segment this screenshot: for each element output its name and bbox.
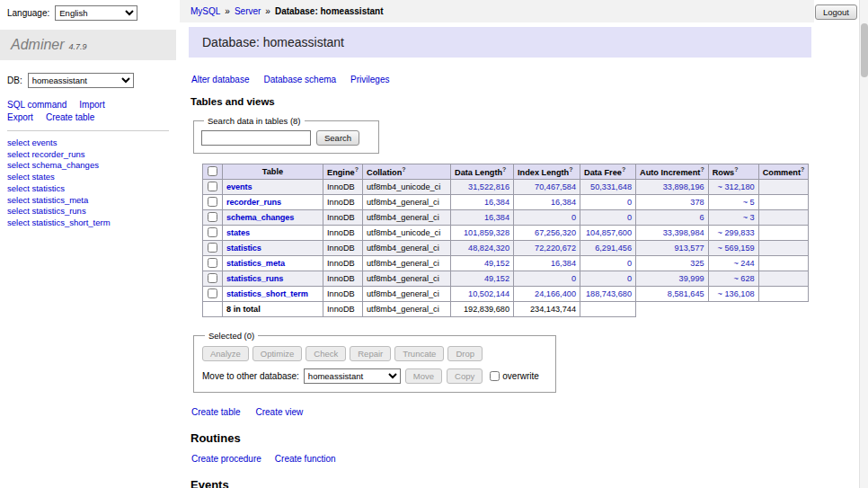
selected-drop-button[interactable]: Drop	[447, 346, 483, 361]
auto-increment-cell: 325	[636, 256, 709, 271]
selected-check-button[interactable]: Check	[306, 346, 346, 361]
column-help-link[interactable]: ?	[355, 166, 359, 173]
table-row: recorder_runsInnoDButf8mb4_general_ci16,…	[203, 195, 809, 210]
search-input[interactable]	[201, 130, 311, 146]
table-name-cell: schema_changes	[223, 210, 323, 226]
data-length-cell: 16,384	[451, 195, 514, 210]
routine-link[interactable]: Create procedure	[191, 454, 261, 464]
column-help-link[interactable]: ?	[801, 166, 804, 173]
app-title: Adminer4.7.9	[0, 30, 176, 60]
column-header-collation: Collation?	[363, 164, 451, 180]
sidebar-action-link[interactable]: Import	[79, 100, 104, 110]
column-help-link[interactable]: ?	[569, 166, 572, 173]
routine-link[interactable]: Create function	[275, 454, 336, 464]
row-checkbox[interactable]	[208, 197, 217, 207]
sidebar-action-link[interactable]: Create table	[46, 112, 94, 122]
data-length-cell: 49,152	[451, 271, 514, 287]
sidebar-divider	[7, 130, 169, 131]
sidebar-table-item: select statistics_runs	[7, 206, 169, 217]
logout-button[interactable]: Logout	[815, 4, 857, 20]
table-name-cell: recorder_runs	[223, 195, 323, 210]
move-db-select[interactable]: homeassistant	[304, 368, 401, 384]
copy-button[interactable]: Copy	[447, 368, 483, 384]
row-checkbox[interactable]	[208, 182, 217, 191]
sidebar-table-link[interactable]: select states	[7, 172, 55, 182]
db-action-link[interactable]: Database schema	[264, 75, 337, 84]
row-checkbox[interactable]	[208, 288, 217, 298]
data-free-cell: 0	[580, 271, 636, 287]
sidebar-table-link[interactable]: select statistics_meta	[7, 195, 88, 205]
row-checkbox[interactable]	[208, 273, 217, 283]
rows-cell: ~ 3	[708, 210, 758, 226]
table-name-cell: states	[223, 226, 323, 241]
sidebar-action-link[interactable]: Export	[7, 112, 33, 122]
db-select[interactable]: homeassistant	[28, 73, 134, 88]
move-button[interactable]: Move	[405, 368, 442, 384]
breadcrumb-server-link[interactable]: Server	[235, 6, 261, 16]
table-row: statistics_runsInnoDButf8mb4_general_ci4…	[203, 271, 809, 287]
sidebar-table-link[interactable]: select statistics_short_term	[7, 217, 111, 227]
db-action-link[interactable]: Alter database	[191, 75, 250, 84]
sidebar-table-link[interactable]: select statistics_runs	[7, 206, 86, 216]
table-row: eventsInnoDButf8mb4_unicode_ci31,522,816…	[203, 180, 809, 195]
column-help-link[interactable]: ?	[734, 166, 738, 173]
table-name-link[interactable]: states	[226, 228, 250, 237]
search-button[interactable]: Search	[316, 130, 359, 146]
select-all-checkbox[interactable]	[208, 166, 217, 176]
selected-legend: Selected (0)	[205, 331, 258, 341]
column-help-link[interactable]: ?	[402, 166, 405, 173]
selected-repair-button[interactable]: Repair	[350, 346, 391, 361]
breadcrumb-separator: »	[265, 6, 270, 16]
create-link[interactable]: Create view	[255, 407, 303, 417]
rows-cell: ~ 312,180	[708, 180, 758, 195]
sidebar-table-link[interactable]: select schema_changes	[7, 160, 99, 170]
create-link[interactable]: Create table	[191, 407, 240, 417]
column-help-link[interactable]: ?	[502, 166, 506, 173]
row-checkbox-cell	[203, 271, 223, 287]
table-name-link[interactable]: events	[226, 182, 252, 191]
index-length-cell: 70,467,584	[514, 180, 580, 195]
db-action-link[interactable]: Privileges	[350, 75, 389, 84]
sidebar-table-link[interactable]: select statistics	[7, 183, 65, 193]
table-name-link[interactable]: recorder_runs	[226, 198, 281, 207]
row-checkbox[interactable]	[208, 227, 217, 237]
engine-cell: InnoDB	[323, 226, 363, 241]
sidebar-table-link[interactable]: select events	[7, 138, 57, 147]
sidebar-table-list: select eventsselect recorder_runsselect …	[7, 138, 169, 229]
row-checkbox[interactable]	[208, 258, 217, 268]
selected-optimize-button[interactable]: Optimize	[252, 346, 302, 361]
table-name-link[interactable]: statistics_runs	[226, 274, 283, 283]
table-name-link[interactable]: schema_changes	[226, 213, 294, 222]
row-checkbox[interactable]	[208, 243, 217, 253]
comment-cell	[758, 241, 809, 256]
table-row: statesInnoDButf8mb4_unicode_ci101,859,32…	[203, 226, 809, 241]
row-checkbox[interactable]	[208, 212, 217, 222]
table-name-link[interactable]: statistics_short_term	[226, 289, 308, 298]
language-select[interactable]: English	[55, 5, 137, 21]
column-help-link[interactable]: ?	[700, 166, 704, 173]
auto-increment-cell: 39,999	[636, 271, 709, 287]
total-label-cell: 8 in total	[223, 302, 323, 317]
overwrite-checkbox[interactable]	[490, 371, 500, 381]
app-version: 4.7.9	[69, 42, 87, 51]
collation-cell: utf8mb4_unicode_ci	[363, 180, 451, 195]
table-name-link[interactable]: statistics_meta	[226, 259, 285, 268]
column-help-link[interactable]: ?	[622, 166, 625, 173]
events-heading: Events	[190, 478, 811, 488]
sidebar-action-link[interactable]: SQL command	[7, 100, 66, 110]
breadcrumb-mysql-link[interactable]: MySQL	[190, 6, 220, 16]
page-scrollbar[interactable]	[859, 0, 868, 488]
column-header-rows: Rows?	[708, 164, 758, 180]
column-header-auto-increment: Auto Increment?	[636, 164, 709, 180]
row-checkbox-cell	[203, 210, 223, 226]
sidebar-table-link[interactable]: select recorder_runs	[7, 149, 85, 159]
index-length-cell: 24,166,400	[514, 287, 580, 302]
rows-cell: ~ 136,108	[708, 287, 758, 302]
scrollbar-thumb[interactable]	[861, 23, 868, 77]
selected-analyze-button[interactable]: Analyze	[202, 346, 249, 361]
table-name-link[interactable]: statistics	[226, 244, 261, 253]
create-links: Create tableCreate view	[191, 407, 811, 417]
table-total-row: 8 in totalInnoDButf8mb4_general_ci192,83…	[203, 302, 809, 317]
selected-truncate-button[interactable]: Truncate	[394, 346, 444, 361]
sidebar-table-item: select states	[7, 172, 169, 183]
